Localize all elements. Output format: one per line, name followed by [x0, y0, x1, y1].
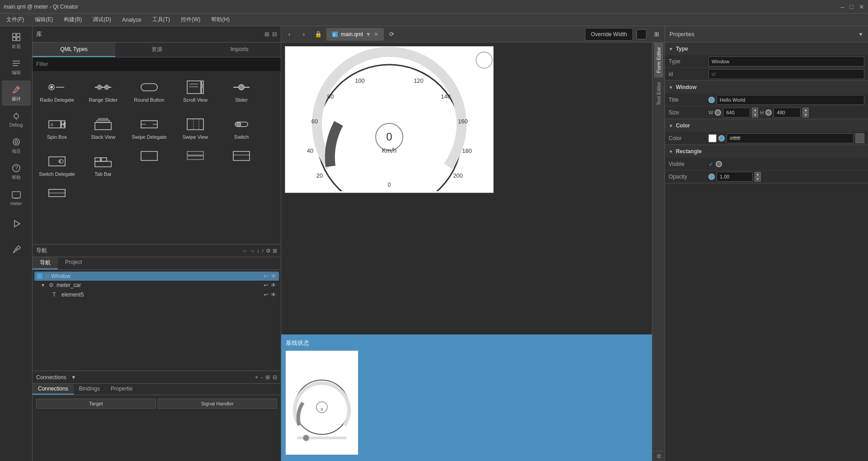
- h-input[interactable]: [774, 108, 801, 118]
- menu-item-d[interactable]: 调试(D): [88, 15, 116, 24]
- h-bind-btn[interactable]: [765, 109, 772, 116]
- sidebar-item-welcome[interactable]: 欢迎: [2, 28, 31, 53]
- tab-navigation[interactable]: 导航: [33, 257, 58, 269]
- color-bind-btn[interactable]: [718, 135, 725, 141]
- comp-stack-view[interactable]: Stack View: [80, 110, 126, 146]
- visible-bind-btn[interactable]: [716, 161, 722, 167]
- comp-tab-bar[interactable]: Tab Bar: [80, 147, 126, 183]
- tab-imports[interactable]: Imports: [198, 42, 281, 57]
- menu-item-b[interactable]: 构建(B): [59, 15, 86, 24]
- opacity-bind-btn[interactable]: [708, 174, 715, 180]
- menu-item-analyze[interactable]: Analyze: [118, 16, 146, 24]
- comp-switch[interactable]: Switch: [219, 110, 264, 146]
- w-spin-down[interactable]: ▼: [752, 113, 758, 118]
- h-spin-up[interactable]: ▲: [802, 108, 809, 113]
- tab-properties[interactable]: Propertie: [105, 384, 138, 395]
- sidebar-item-debug[interactable]: Debug: [2, 107, 31, 132]
- color-swatch[interactable]: [708, 134, 717, 142]
- meter-eye-icon[interactable]: 👁: [271, 282, 276, 288]
- menu-item-t[interactable]: 工具(T): [148, 15, 175, 24]
- conn-remove-icon[interactable]: -: [261, 374, 263, 381]
- w-bind-btn[interactable]: [715, 109, 721, 116]
- opacity-input[interactable]: [717, 172, 753, 182]
- element5-eye-icon[interactable]: 👁: [271, 292, 276, 298]
- filename-close[interactable]: ✕: [374, 31, 378, 38]
- conn-panel-icon[interactable]: ⊞: [265, 374, 270, 381]
- w-input[interactable]: [723, 108, 750, 118]
- toolbar-back-btn[interactable]: ‹: [283, 28, 296, 41]
- lib-add-icon[interactable]: ⊞: [264, 31, 269, 38]
- close-button[interactable]: ✕: [859, 3, 864, 10]
- nav-up-icon[interactable]: ↑: [261, 248, 264, 254]
- sidebar-item-build[interactable]: [2, 238, 31, 263]
- comp-swipe-view[interactable]: Swipe View: [173, 110, 218, 146]
- h-spin-down[interactable]: ▼: [802, 113, 809, 118]
- rectangle-section-header[interactable]: ▼ Rectangle: [665, 145, 868, 158]
- minimize-button[interactable]: –: [841, 3, 844, 10]
- conn-dropdown-icon[interactable]: ▼: [71, 374, 76, 381]
- color-picker-btn[interactable]: [637, 29, 646, 39]
- conn-add-icon[interactable]: +: [255, 374, 258, 381]
- comp-switch-delegate[interactable]: Switch Delegate: [34, 147, 80, 183]
- nav-down-icon[interactable]: ↓: [257, 248, 259, 254]
- sidebar-item-meter[interactable]: meter: [2, 185, 31, 211]
- comp-item-extra4[interactable]: [34, 184, 80, 202]
- tree-item-window[interactable]: □ Window ↩ 👁: [34, 272, 279, 281]
- toolbar-lock-btn[interactable]: 🔒: [312, 28, 325, 41]
- color-section-header[interactable]: ▼ Color: [665, 119, 868, 132]
- form-editor-tab[interactable]: Form Editor: [654, 42, 663, 77]
- w-spin-up[interactable]: ▲: [752, 108, 758, 113]
- comp-item-extra2[interactable]: [173, 147, 218, 165]
- nav-forward-icon[interactable]: →: [250, 248, 255, 254]
- text-editor-tab[interactable]: Text Editor: [654, 77, 663, 110]
- nav-back-icon[interactable]: ←: [242, 248, 248, 254]
- comp-scroll-view[interactable]: Scroll View: [173, 73, 218, 109]
- menu-item-h[interactable]: 帮助(H): [207, 15, 234, 24]
- sidebar-item-project[interactable]: 项目: [2, 133, 31, 158]
- toolbar-forward-btn[interactable]: ›: [297, 28, 310, 41]
- toolbar-refresh-btn[interactable]: ⟳: [386, 28, 398, 41]
- title-bind-btn[interactable]: [708, 97, 715, 103]
- comp-spin-box[interactable]: 0▲▼ Spin Box: [34, 110, 80, 146]
- comp-slider[interactable]: Slider: [219, 73, 264, 109]
- comp-swipe-delegate[interactable]: Swipe Delegate: [127, 110, 172, 146]
- menu-item-w[interactable]: 控件(W): [176, 15, 205, 24]
- conn-expand-icon[interactable]: ⊟: [273, 374, 277, 381]
- nav-add-icon[interactable]: ⊞: [273, 248, 277, 254]
- speedometer-canvas[interactable]: 0 Km/h 20 40 60 80 100 120 140 160 180 2…: [285, 46, 494, 193]
- properties-dropdown-icon[interactable]: ▼: [858, 31, 863, 38]
- tree-item-element5[interactable]: T element5 ↩ 👁: [34, 290, 279, 299]
- override-width-btn[interactable]: Override Width: [585, 28, 633, 41]
- maximize-button[interactable]: □: [850, 3, 854, 10]
- meter-nav-icon[interactable]: ↩: [264, 282, 268, 288]
- tab-project[interactable]: Project: [58, 257, 89, 269]
- window-eye-icon[interactable]: 👁: [271, 273, 276, 279]
- title-input[interactable]: [717, 95, 864, 105]
- menu-item-f[interactable]: 文件(F): [2, 15, 28, 24]
- visible-check[interactable]: ✓: [708, 160, 714, 168]
- sidebar-item-help[interactable]: ? 帮助: [2, 159, 31, 184]
- type-section-header[interactable]: ▼ Type: [665, 42, 868, 55]
- sidebar-item-debug2[interactable]: [2, 212, 31, 237]
- nav-filter-icon[interactable]: ⚙: [266, 248, 271, 254]
- tab-connections[interactable]: Connections: [33, 384, 74, 395]
- toolbar-more-btn[interactable]: ⊞: [650, 28, 663, 41]
- window-section-header[interactable]: ▼ Window: [665, 81, 868, 94]
- menu-item-e[interactable]: 编辑(E): [30, 15, 57, 24]
- lib-toggle-icon[interactable]: ⊟: [272, 31, 277, 38]
- opacity-spin-up[interactable]: ▲: [755, 172, 761, 177]
- tree-item-meter-car[interactable]: ▾ ⚙ meter_car ↩ 👁: [34, 281, 279, 290]
- window-nav-icon[interactable]: ↩: [264, 273, 268, 279]
- element5-nav-icon[interactable]: ↩: [264, 292, 268, 298]
- tab-resources[interactable]: 资源: [115, 42, 198, 57]
- filename-dropdown[interactable]: ▼: [366, 31, 371, 38]
- tab-qml-types[interactable]: QML Types: [33, 42, 115, 57]
- bottom-arrow-tab[interactable]: ⊟: [654, 452, 663, 461]
- opacity-spin-down[interactable]: ▼: [755, 177, 761, 182]
- comp-item-extra1[interactable]: [127, 147, 172, 165]
- type-input[interactable]: [708, 56, 864, 66]
- color-input[interactable]: [726, 133, 854, 143]
- filter-input[interactable]: [33, 59, 281, 69]
- comp-range-slider[interactable]: Range Slider: [80, 73, 126, 109]
- comp-radio-delegate[interactable]: Radio Delegate: [34, 73, 80, 109]
